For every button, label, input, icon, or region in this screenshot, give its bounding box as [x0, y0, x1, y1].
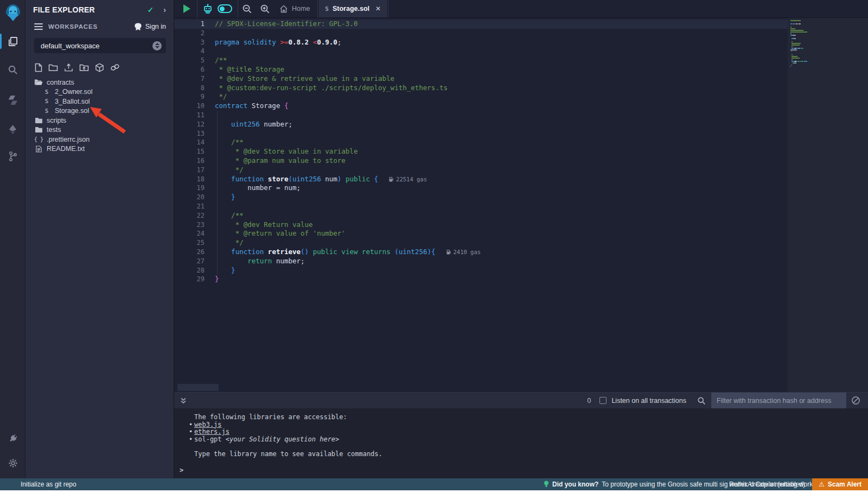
clear-filter-icon[interactable]: [851, 396, 860, 405]
ipfs-box-icon[interactable]: [95, 63, 104, 72]
code-line-18[interactable]: function store(uint256 num) public {2251…: [215, 175, 787, 184]
solidity-compiler-icon[interactable]: [0, 89, 25, 111]
terminal-header: 0 Listen on all transactions: [174, 392, 868, 408]
remix-ide-window: FILE EXPLORER ✓ › WORKSPACES Sign in def…: [0, 0, 868, 499]
code-line-6[interactable]: * @title Storage: [215, 65, 787, 74]
plugin-manager-icon[interactable]: [0, 427, 25, 449]
workspace-select[interactable]: default_workspace: [34, 38, 166, 53]
terminal-prompt[interactable]: >: [180, 466, 183, 474]
code-line-15[interactable]: * @dev Store value in variable: [215, 147, 787, 156]
file-explorer-icon[interactable]: [0, 30, 25, 52]
terminal-line: •web3.js: [194, 421, 382, 429]
solidity-file-icon: S: [325, 5, 329, 12]
git-init-status[interactable]: Initialize as git repo: [21, 481, 76, 488]
workspace-switch-icon[interactable]: [152, 41, 162, 50]
code-line-27[interactable]: return number;: [215, 257, 787, 266]
settings-gear-icon[interactable]: [0, 452, 25, 474]
code-line-23[interactable]: * @dev Return value: [215, 220, 787, 230]
code-line-3[interactable]: pragma solidity >=0.8.2 <0.9.0;: [215, 38, 787, 47]
code-line-19[interactable]: number = num;: [215, 184, 787, 193]
code-line-11[interactable]: [215, 111, 787, 120]
search-icon[interactable]: [0, 59, 25, 80]
terminal-link[interactable]: ethers.js: [194, 428, 229, 435]
tree-item-readme-txt[interactable]: README.txt: [25, 144, 174, 154]
tree-item-2-owner-sol[interactable]: S2_Owner.sol: [25, 87, 174, 97]
code-line-21[interactable]: [215, 202, 787, 211]
terminal-line: •ethers.js: [194, 428, 382, 436]
new-folder-icon[interactable]: [48, 63, 58, 72]
code-line-26[interactable]: function retrieve() public view returns …: [215, 248, 787, 257]
new-file-icon[interactable]: [35, 63, 42, 72]
listen-all-label[interactable]: Listen on all transactions: [611, 397, 686, 405]
line-numbers: 1234567891011121314151617181920212223242…: [174, 20, 205, 284]
file-explorer-panel: FILE EXPLORER ✓ › WORKSPACES Sign in def…: [25, 0, 174, 478]
ai-copilot-robot-icon[interactable]: [202, 3, 213, 14]
terminal-line: Type the library name to see available c…: [194, 451, 382, 458]
home-tab[interactable]: Home: [279, 5, 310, 13]
listen-all-checkbox[interactable]: [599, 397, 607, 404]
code-line-2[interactable]: [215, 29, 787, 38]
transaction-count: 0: [587, 397, 591, 405]
deploy-and-run-icon[interactable]: [0, 118, 25, 140]
code-line-25[interactable]: */: [215, 238, 787, 248]
tree-item-storage-sol[interactable]: SStorage.sol: [25, 106, 174, 116]
link-icon[interactable]: [110, 63, 120, 72]
workspaces-label: WORKSPACES: [48, 23, 134, 30]
minimap[interactable]: [788, 18, 868, 392]
code-editor[interactable]: 1234567891011121314151617181920212223242…: [174, 18, 868, 392]
copilot-status[interactable]: RemixAI Copilot (enabled): [729, 481, 805, 488]
github-icon: [134, 23, 142, 30]
horizontal-scrollbar-thumb[interactable]: [177, 384, 219, 391]
scam-alert-button[interactable]: ⚠ Scam Alert: [812, 478, 868, 490]
code-line-24[interactable]: * @return value of 'number': [215, 229, 787, 238]
copilot-toggle[interactable]: [218, 4, 232, 13]
remix-logo-icon[interactable]: [0, 0, 25, 26]
code-line-9[interactable]: */: [215, 92, 787, 102]
code-line-7[interactable]: * @dev Store & retrieve value in a varia…: [215, 74, 787, 84]
code-line-29[interactable]: }: [215, 275, 787, 284]
panel-title: FILE EXPLORER: [33, 5, 148, 14]
code-line-1[interactable]: // SPDX-License-Identifier: GPL-3.0: [215, 20, 787, 29]
upload-folder-icon[interactable]: [79, 63, 89, 72]
code-line-20[interactable]: }: [215, 193, 787, 202]
code-line-8[interactable]: * @custom:dev-run-script ./scripts/deplo…: [215, 84, 787, 93]
workspace-menu-icon[interactable]: [34, 22, 43, 31]
terminal-link[interactable]: web3.js: [194, 421, 222, 428]
tree-item-3-ballot-sol[interactable]: S3_Ballot.sol: [25, 97, 174, 106]
tree-item--prettierrc-json[interactable]: { }.prettierrc.json: [25, 135, 174, 144]
panel-expand-icon[interactable]: ›: [163, 5, 166, 14]
tree-item-scripts[interactable]: scripts: [25, 116, 174, 125]
git-icon[interactable]: [0, 146, 25, 167]
tree-item-contracts[interactable]: contracts: [25, 78, 174, 87]
terminal-collapse-icon[interactable]: [180, 397, 187, 405]
upload-file-icon[interactable]: [64, 63, 73, 72]
activity-bar: [0, 0, 25, 478]
code-line-5[interactable]: /**: [215, 56, 787, 65]
transaction-filter-input[interactable]: [711, 393, 846, 409]
code-line-4[interactable]: [215, 47, 787, 56]
sign-in-button[interactable]: Sign in: [134, 23, 166, 30]
run-script-button[interactable]: [183, 4, 190, 13]
tab-storage-sol[interactable]: S Storage.sol ✕: [318, 0, 388, 17]
lightbulb-icon: [544, 481, 549, 488]
terminal-search-icon[interactable]: [697, 396, 706, 405]
terminal-line: The following libraries are accessible:: [194, 414, 382, 421]
zoom-in-icon[interactable]: [260, 4, 270, 14]
gas-estimate: 2410 gas: [446, 248, 481, 257]
gas-estimate: 22514 gas: [389, 175, 427, 184]
home-icon: [279, 5, 288, 13]
zoom-out-icon[interactable]: [242, 4, 252, 14]
code-line-16[interactable]: * @param num value to store: [215, 156, 787, 166]
tree-item-tests[interactable]: tests: [25, 125, 174, 135]
code-line-13[interactable]: [215, 129, 787, 138]
code-line-17[interactable]: */: [215, 166, 787, 175]
code-line-22[interactable]: /**: [215, 211, 787, 220]
tab-close-icon[interactable]: ✕: [375, 5, 381, 12]
terminal-output[interactable]: The following libraries are accessible:•…: [174, 408, 868, 478]
status-bar: Initialize as git repo Did you know? To …: [0, 478, 868, 490]
compile-check-icon[interactable]: ✓: [148, 5, 154, 14]
code-line-12[interactable]: uint256 number;: [215, 120, 787, 129]
code-line-28[interactable]: }: [215, 266, 787, 275]
code-line-14[interactable]: /**: [215, 138, 787, 147]
code-line-10[interactable]: contract Storage {: [215, 102, 787, 111]
